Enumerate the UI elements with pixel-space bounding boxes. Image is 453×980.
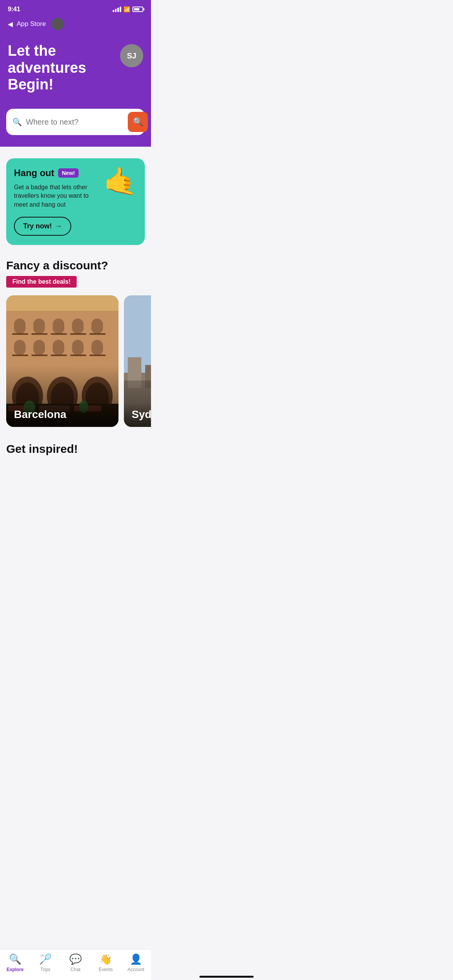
svg-rect-12 xyxy=(14,340,26,355)
svg-rect-20 xyxy=(70,355,86,356)
city-cards-scroll[interactable]: Barcelona xyxy=(0,295,151,428)
main-content: Hang out New! Get a badge that lets othe… xyxy=(0,147,151,498)
hangout-title: Hang out xyxy=(14,168,54,178)
battery-icon xyxy=(132,7,143,12)
status-bar: 9:41 📶 xyxy=(0,0,151,16)
status-icons: 📶 xyxy=(113,6,143,12)
search-icon-left: 🔍 xyxy=(12,117,22,127)
svg-rect-6 xyxy=(91,319,103,334)
arrow-icon: → xyxy=(55,222,62,230)
wifi-icon: 📶 xyxy=(124,6,130,12)
app-store-label: App Store xyxy=(17,20,46,28)
notification-dot xyxy=(51,18,64,30)
inspired-title: Get inspired! xyxy=(6,442,145,456)
header: Let the adventures Begin! SJ xyxy=(0,35,151,109)
try-now-button[interactable]: Try now! → xyxy=(14,217,71,236)
app-store-bar: ◀ App Store xyxy=(0,16,151,35)
hangout-left: Hang out New! Get a badge that lets othe… xyxy=(14,168,103,236)
svg-rect-4 xyxy=(53,319,64,334)
header-title: Let the adventures Begin! xyxy=(8,43,120,93)
search-button-icon: 🔍 xyxy=(133,117,143,127)
svg-rect-10 xyxy=(70,333,86,335)
discount-title: Fancy a discount? xyxy=(6,259,145,272)
deals-badge: Find the best deals! xyxy=(6,276,77,288)
svg-rect-11 xyxy=(89,333,106,335)
svg-rect-8 xyxy=(31,333,48,335)
search-button[interactable]: 🔍 xyxy=(128,112,148,132)
search-container: 🔍 🔍 xyxy=(0,109,151,147)
city-card-barcelona[interactable]: Barcelona xyxy=(6,295,118,427)
discount-section: Fancy a discount? Find the best deals! xyxy=(6,259,145,428)
city-name-sydney: Sydney xyxy=(124,402,151,427)
new-badge: New! xyxy=(58,168,79,178)
svg-rect-5 xyxy=(72,319,84,334)
inspired-section: Get inspired! xyxy=(6,442,145,498)
search-input[interactable] xyxy=(26,118,124,127)
svg-rect-7 xyxy=(12,333,28,335)
search-bar: 🔍 🔍 xyxy=(6,109,145,135)
svg-rect-13 xyxy=(33,340,45,355)
svg-rect-14 xyxy=(53,340,64,355)
hangout-card: Hang out New! Get a badge that lets othe… xyxy=(6,158,145,245)
status-time: 9:41 xyxy=(8,5,20,13)
city-name-barcelona: Barcelona xyxy=(6,402,118,427)
signal-icon xyxy=(113,7,121,12)
svg-rect-15 xyxy=(72,340,84,355)
hangout-title-row: Hang out New! xyxy=(14,168,100,178)
city-card-sydney[interactable]: Sydney xyxy=(124,295,151,427)
svg-rect-18 xyxy=(31,355,48,356)
svg-rect-16 xyxy=(91,340,103,355)
hangout-emoji: 🤙 xyxy=(103,168,137,195)
svg-rect-3 xyxy=(33,319,45,334)
svg-rect-9 xyxy=(51,333,67,335)
avatar[interactable]: SJ xyxy=(120,44,143,67)
back-arrow-icon[interactable]: ◀ xyxy=(8,20,13,28)
svg-rect-19 xyxy=(51,355,67,356)
svg-rect-21 xyxy=(89,355,106,356)
svg-rect-2 xyxy=(14,319,26,334)
hangout-description: Get a badge that lets other travellers k… xyxy=(14,183,100,209)
svg-rect-17 xyxy=(12,355,28,356)
